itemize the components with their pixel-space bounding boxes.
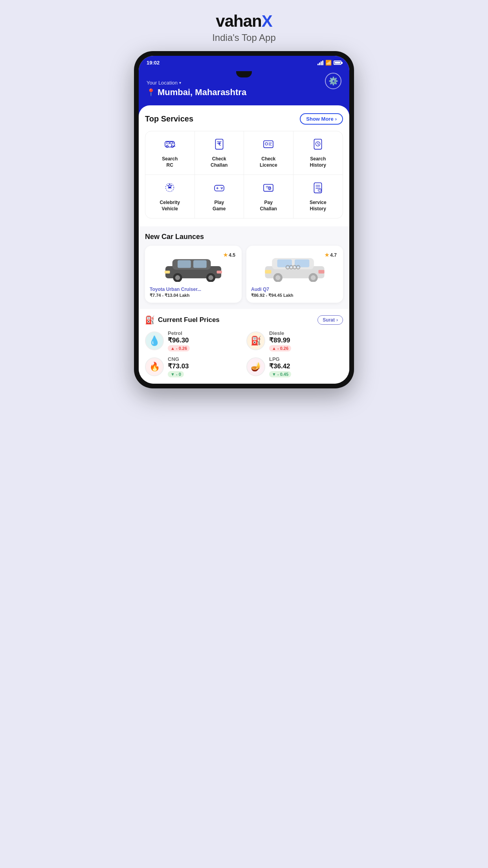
services-title: Top Services: [145, 114, 193, 123]
service-label-check-licence: CheckLicence: [260, 156, 277, 168]
show-more-label: Show More: [306, 116, 333, 122]
cng-label: CNG: [168, 356, 242, 362]
search-rc-icon: [163, 138, 176, 153]
status-icons: 📶: [317, 60, 341, 66]
svg-point-27: [222, 188, 223, 188]
service-label-check-challan: CheckChallan: [211, 156, 227, 168]
wifi-icon: 📶: [325, 60, 332, 66]
new-cars-title: New Car Launces: [145, 233, 343, 241]
service-item-search-history[interactable]: SearchHistory: [294, 131, 343, 175]
diesel-price: ₹89.99: [269, 336, 343, 344]
new-cars-section: New Car Launces: [139, 226, 349, 309]
svg-point-13: [265, 143, 268, 145]
services-grid: SearchRC ₹ CheckChallan CheckLicence Sea…: [145, 131, 343, 219]
svg-point-22: [169, 187, 171, 189]
car-rating-audi: ★ 4.7: [325, 252, 337, 258]
location-label-text: Your Location: [147, 80, 178, 86]
service-item-check-challan[interactable]: ₹ CheckChallan: [195, 131, 244, 175]
service-item-service-history[interactable]: ServiceHistory: [294, 175, 343, 218]
car-card-audi[interactable]: ★ 4.7 Audi Q7 ₹86.92 - ₹94.45 Lakh: [246, 246, 343, 303]
diesel-details: Diesle ₹89.99 ▲ - 0.26: [269, 330, 343, 351]
svg-point-55: [311, 275, 316, 280]
phone-frame: 19:02 📶 Your Location ▾: [134, 51, 354, 388]
svg-rect-46: [165, 271, 170, 274]
app-subtitle: India's Top App: [212, 32, 276, 43]
petrol-icon: 💧: [145, 331, 164, 350]
svg-point-43: [175, 275, 180, 280]
fuel-item-diesel: ⛽ Diesle ₹89.99 ▲ - 0.26: [246, 330, 343, 351]
lpg-icon: 🪔: [246, 357, 265, 376]
service-item-check-licence[interactable]: CheckLicence: [244, 131, 294, 175]
car-rating-toyota: ★ 4.5: [223, 252, 235, 258]
svg-rect-40: [178, 260, 191, 268]
service-item-pay-challan[interactable]: PayChallan: [244, 175, 294, 218]
check-challan-icon: ₹: [213, 138, 226, 153]
check-licence-icon: [262, 138, 275, 153]
diesel-change: ▲ - 0.26: [269, 345, 291, 351]
lpg-label: LPG: [269, 356, 343, 362]
petrol-change: ▲ - 0.26: [168, 345, 190, 351]
gear-icon: ⚙️: [328, 76, 338, 86]
fuel-header: ⛽ Current Fuel Prices Surat ›: [145, 315, 343, 325]
service-label-celebrity-vehicle: CelebrityVehicle: [160, 200, 180, 212]
location-label[interactable]: Your Location ▾: [147, 80, 341, 86]
brand-name-x: X: [262, 12, 272, 30]
car-name-audi: Audi Q7: [251, 287, 338, 292]
svg-rect-3: [167, 142, 169, 144]
svg-point-53: [275, 275, 280, 280]
app-brand: vahanX India's Top App: [212, 12, 276, 43]
app-title: vahanX: [212, 12, 276, 31]
service-item-celebrity-vehicle[interactable]: CelebrityVehicle: [145, 175, 195, 218]
services-section-header: Top Services Show More ›: [145, 113, 343, 125]
car-image-area-audi: ★ 4.7: [251, 250, 338, 283]
car-image-area: ★ 4.5: [150, 250, 237, 283]
service-label-pay-challan: PayChallan: [260, 200, 277, 212]
status-bar: 19:02 📶: [139, 56, 349, 68]
lpg-change: ▼ - 0.45: [269, 371, 291, 377]
petrol-details: Petrol ₹96.30 ▲ - 0.26: [168, 330, 242, 351]
diesel-icon: ⛽: [246, 331, 265, 350]
chevron-right-icon: ›: [336, 317, 338, 323]
service-label-play-game: PlayGame: [213, 200, 226, 212]
car-name-toyota: Toyota Urban Cruiser...: [150, 287, 237, 292]
diesel-label: Diesle: [269, 330, 343, 336]
status-time: 19:02: [147, 60, 160, 66]
pay-challan-icon: [262, 181, 275, 197]
notch: [147, 71, 341, 77]
chevron-down-icon: ▾: [179, 81, 181, 85]
city-selector-button[interactable]: Surat ›: [317, 315, 343, 325]
svg-line-20: [318, 144, 319, 145]
cars-grid: ★ 4.5 Toyota Urban Cruiser... ₹7.74 - ₹1…: [145, 246, 343, 303]
fuel-item-petrol: 💧 Petrol ₹96.30 ▲ - 0.26: [145, 330, 242, 351]
chevron-right-icon: ›: [335, 116, 337, 122]
service-item-play-game[interactable]: PlayGame: [195, 175, 244, 218]
car-price-audi: ₹86.92 - ₹94.45 Lakh: [251, 293, 338, 298]
show-more-button[interactable]: Show More ›: [300, 113, 343, 125]
cng-icon: 🔥: [145, 357, 164, 376]
svg-text:₹: ₹: [218, 142, 220, 147]
svg-point-1: [166, 145, 168, 147]
city-btn-label: Surat: [323, 317, 335, 323]
service-history-icon: [312, 181, 324, 197]
battery-icon: [334, 61, 341, 65]
car-card-toyota[interactable]: ★ 4.5 Toyota Urban Cruiser... ₹7.74 - ₹1…: [145, 246, 242, 303]
signal-icon: [317, 61, 323, 65]
svg-rect-41: [193, 260, 207, 268]
svg-point-30: [268, 187, 271, 189]
phone-screen: 19:02 📶 Your Location ▾: [139, 56, 349, 384]
fuel-item-lpg: 🪔 LPG ₹36.42 ▼ - 0.45: [246, 356, 343, 377]
cng-price: ₹73.03: [168, 362, 242, 370]
service-label-search-history: SearchHistory: [310, 156, 326, 168]
svg-point-45: [208, 275, 213, 280]
fuel-grid: 💧 Petrol ₹96.30 ▲ - 0.26 ⛽ Diesle: [145, 330, 343, 377]
content-card: Top Services Show More › SearchRC ₹ Chec…: [139, 105, 349, 226]
service-item-search-rc[interactable]: SearchRC: [145, 131, 195, 175]
svg-point-28: [221, 188, 222, 189]
car-price-toyota: ₹7.74 - ₹13.04 Lakh: [150, 293, 237, 298]
petrol-price: ₹96.30: [168, 336, 242, 344]
settings-button[interactable]: ⚙️: [325, 73, 341, 89]
cng-details: CNG ₹73.03 ▼ - 0: [168, 356, 242, 377]
cng-change: ▼ - 0: [168, 371, 184, 377]
play-game-icon: [213, 181, 226, 197]
brand-name-prefix: vahan: [216, 12, 261, 30]
